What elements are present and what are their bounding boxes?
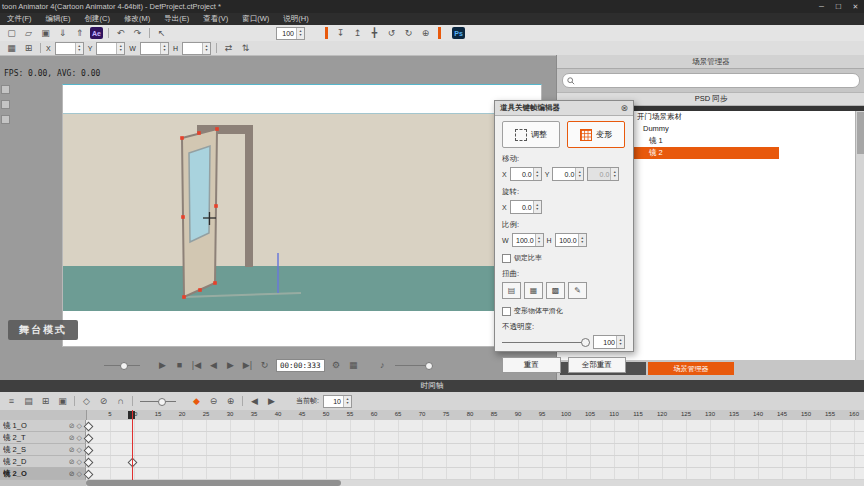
spinner-arrows-icon[interactable]: ▴▾	[575, 168, 583, 180]
tab-scene-manager[interactable]: 场景管理器	[648, 362, 734, 375]
track-key-icon[interactable]: ◇	[77, 446, 82, 454]
volume-slider[interactable]	[395, 359, 431, 371]
track-mute-icon[interactable]: ⊘	[69, 470, 75, 478]
move-tool-icon[interactable]: ╋	[367, 27, 382, 39]
reset-button[interactable]: 重置	[502, 357, 561, 373]
track-key-icon[interactable]: ◇	[77, 470, 82, 478]
auto-key-icon[interactable]: ◆	[189, 395, 204, 407]
next-frame-button[interactable]: ▶	[223, 359, 238, 371]
lock-ratio-checkbox[interactable]	[502, 254, 511, 263]
redo-icon[interactable]: ↷	[130, 27, 145, 39]
object-x-spinner[interactable]: ▴▾	[55, 42, 84, 55]
previous-frame-button[interactable]: ◀	[206, 359, 221, 371]
spinner-arrows-icon[interactable]: ▴▾	[343, 396, 351, 407]
zoom-in-icon[interactable]: ⊕	[223, 395, 238, 407]
audio-note-icon[interactable]: ♪	[375, 359, 390, 371]
snap-grid-icon[interactable]: ⊞	[21, 42, 36, 54]
scale-w-spinner[interactable]: 100.0▴▾	[512, 233, 544, 247]
flip-vertical-icon[interactable]: ⇅	[238, 42, 253, 54]
stage-canvas[interactable]	[62, 84, 542, 347]
track-name[interactable]: 镜 2_T⊘◇	[0, 432, 86, 444]
playhead-line[interactable]	[132, 410, 133, 480]
add-track-icon[interactable]: ⊞	[38, 395, 53, 407]
scene-list-scrollbar[interactable]	[855, 111, 864, 360]
zoom-out-icon[interactable]: ⊖	[206, 395, 221, 407]
control-point[interactable]	[214, 204, 218, 208]
adjust-tab[interactable]: 调整	[502, 121, 560, 148]
dock-toggle-icon[interactable]	[1, 100, 10, 109]
track-mute-icon[interactable]: ⊘	[69, 422, 75, 430]
close-button[interactable]: ✕	[847, 3, 864, 11]
deform-preset-1-button[interactable]: ▤	[502, 282, 521, 299]
project-fps-spinner[interactable]: 100▴▾	[276, 27, 305, 40]
slider-handle[interactable]	[581, 338, 590, 347]
track-name[interactable]: 镜 2_O⊘◇	[0, 468, 86, 480]
deform-tab[interactable]: 变形	[567, 121, 625, 148]
send-backward-icon[interactable]: ↧	[333, 27, 348, 39]
render-preview-icon[interactable]: ▦	[346, 359, 361, 371]
menu-item-6[interactable]: 窗口(W)	[235, 14, 276, 24]
spinner-arrows-icon[interactable]: ▴▾	[202, 43, 210, 54]
reset-all-button[interactable]: 全部重置	[568, 357, 627, 373]
track-row[interactable]	[86, 432, 864, 444]
search-input[interactable]	[562, 73, 860, 88]
flip-horizontal-icon[interactable]: ⇄	[221, 42, 236, 54]
menu-item-1[interactable]: 编辑(E)	[39, 14, 78, 24]
dock-toggle-icon[interactable]	[1, 85, 10, 94]
current-frame-spinner[interactable]: 10▴▾	[323, 395, 352, 408]
previous-key-button[interactable]: ◀	[247, 395, 262, 407]
layer-panel-icon[interactable]: ▦	[4, 42, 19, 54]
track-key-icon[interactable]: ◇	[77, 458, 82, 466]
track-list-icon[interactable]: ▤	[21, 395, 36, 407]
go-to-end-button[interactable]: ▶|	[240, 359, 255, 371]
track-name[interactable]: 镜 2_D⊘◇	[0, 456, 86, 468]
deform-edit-button[interactable]: ✎	[568, 282, 587, 299]
control-point[interactable]	[181, 215, 185, 219]
track-name[interactable]: 镜 2_S⊘◇	[0, 444, 86, 456]
rotate-cw-icon[interactable]: ↻	[401, 27, 416, 39]
export-content-icon[interactable]: ⇑	[72, 27, 87, 39]
timeline-scrollbar[interactable]	[86, 480, 864, 486]
control-point[interactable]	[215, 127, 219, 131]
timeline-menu-icon[interactable]: ≡	[4, 395, 19, 407]
magnet-icon[interactable]: ∩	[113, 395, 128, 407]
add-keyframe-icon[interactable]: ◇	[79, 395, 94, 407]
track-key-icon[interactable]: ◇	[77, 434, 82, 442]
deform-preset-2-button[interactable]: ▦	[524, 282, 543, 299]
rotate-ccw-icon[interactable]: ↺	[384, 27, 399, 39]
track-row[interactable]	[86, 456, 864, 468]
link-icon[interactable]: ⊕	[418, 27, 433, 39]
track-mute-icon[interactable]: ⊘	[69, 458, 75, 466]
time-display[interactable]: 00:00:333	[276, 359, 325, 372]
control-point[interactable]	[180, 136, 184, 140]
scrollbar-thumb[interactable]	[86, 480, 341, 486]
spinner-arrows-icon[interactable]: ▴▾	[296, 28, 304, 39]
track-row[interactable]	[86, 420, 864, 432]
bring-forward-icon[interactable]: ↥	[350, 27, 365, 39]
control-point[interactable]	[213, 281, 217, 285]
spinner-arrows-icon[interactable]: ▴▾	[578, 234, 586, 246]
menu-item-4[interactable]: 导出(E)	[157, 14, 196, 24]
object-h-spinner[interactable]: ▴▾	[182, 42, 211, 55]
opacity-slider[interactable]	[502, 336, 590, 348]
open-project-icon[interactable]: ▱	[21, 27, 36, 39]
menu-item-2[interactable]: 创建(C)	[78, 14, 117, 24]
preview-range-slider[interactable]	[104, 359, 140, 371]
opacity-spinner[interactable]: 100▴▾	[593, 335, 625, 349]
go-to-start-button[interactable]: |◀	[189, 359, 204, 371]
spinner-arrows-icon[interactable]: ▴▾	[533, 201, 541, 213]
spinner-arrows-icon[interactable]: ▴▾	[533, 168, 541, 180]
photoshop-badge[interactable]: Ps	[452, 27, 465, 39]
next-key-button[interactable]: ▶	[264, 395, 279, 407]
remove-keyframe-icon[interactable]: ⊘	[96, 395, 111, 407]
track-row[interactable]	[86, 444, 864, 456]
scrollbar-thumb[interactable]	[857, 112, 864, 154]
slider-handle[interactable]	[425, 362, 433, 370]
slider-handle[interactable]	[158, 398, 166, 406]
menu-item-7[interactable]: 说明(H)	[276, 14, 315, 24]
select-tool-icon[interactable]: ↖	[154, 27, 169, 39]
track-mute-icon[interactable]: ⊘	[69, 434, 75, 442]
after-effects-badge[interactable]: Ae	[90, 27, 103, 39]
smooth-checkbox[interactable]	[502, 307, 511, 316]
minimize-button[interactable]: ─	[813, 3, 830, 10]
